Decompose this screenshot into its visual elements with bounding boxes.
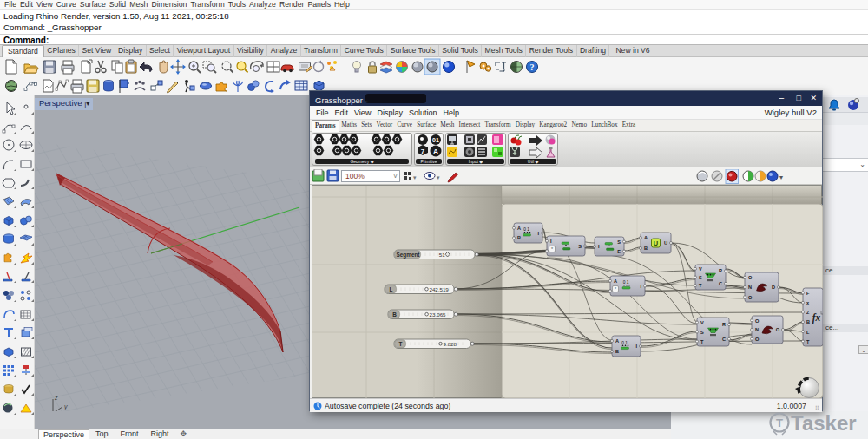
svg-text:A: A xyxy=(433,147,439,156)
svg-text:Segment: Segment xyxy=(397,252,421,259)
svg-text:S: S xyxy=(617,239,621,245)
svg-text:Tasker: Tasker xyxy=(791,411,857,435)
svg-text:0 1: 0 1 xyxy=(523,227,529,232)
svg-text:▾: ▾ xyxy=(437,174,440,180)
svg-text:9.828: 9.828 xyxy=(444,341,457,347)
svg-text:F: F xyxy=(806,291,810,296)
svg-text:?: ? xyxy=(530,62,535,72)
svg-text:D: D xyxy=(772,285,775,290)
svg-text:E: E xyxy=(617,249,621,254)
svg-text:B: B xyxy=(615,349,619,354)
svg-text:▾: ▾ xyxy=(779,174,783,181)
svg-text:L: L xyxy=(806,330,810,335)
svg-text:B: B xyxy=(644,246,648,251)
svg-text:V: V xyxy=(699,266,702,272)
svg-text:T: T xyxy=(699,283,702,288)
svg-text:51: 51 xyxy=(439,252,445,258)
svg-text:S: S xyxy=(578,244,582,249)
svg-text:A: A xyxy=(644,235,648,240)
svg-text:C: C xyxy=(719,281,722,286)
svg-text:O: O xyxy=(755,337,760,342)
svg-text:S: S xyxy=(700,330,704,335)
svg-text:01: 01 xyxy=(432,137,439,143)
svg-text:O: O xyxy=(748,275,753,280)
svg-text:T: T xyxy=(700,339,704,344)
svg-text:23.065: 23.065 xyxy=(430,311,446,318)
svg-text:U: U xyxy=(654,239,658,247)
svg-text:N: N xyxy=(748,285,752,290)
svg-text:Z: Z xyxy=(806,310,810,315)
svg-text:B: B xyxy=(392,311,397,318)
svg-text:T: T xyxy=(776,416,783,429)
svg-text:N: N xyxy=(755,327,759,332)
svg-text:L: L xyxy=(390,286,393,292)
svg-text:T: T xyxy=(806,339,810,344)
svg-text:A: A xyxy=(615,338,619,344)
svg-text:O: O xyxy=(755,318,760,324)
svg-text:B: B xyxy=(806,319,810,324)
svg-text:U: U xyxy=(664,240,667,246)
svg-text:R: R xyxy=(722,322,726,327)
svg-text:O: O xyxy=(776,327,780,332)
svg-text:0 1: 0 1 xyxy=(623,280,629,285)
svg-text:V: V xyxy=(700,320,704,325)
svg-text:S: S xyxy=(699,275,702,280)
svg-text:y: y xyxy=(63,403,68,410)
svg-text:A: A xyxy=(517,226,521,231)
svg-text:O: O xyxy=(748,295,753,300)
svg-text:z: z xyxy=(54,395,58,401)
svg-text:242.519: 242.519 xyxy=(429,286,449,292)
svg-text:C: C xyxy=(722,337,726,342)
svg-text:fx: fx xyxy=(812,312,821,324)
svg-text:7: 7 xyxy=(421,147,425,155)
svg-text:A: A xyxy=(614,278,617,284)
svg-text:B: B xyxy=(517,235,521,240)
svg-text:T: T xyxy=(399,341,403,347)
svg-text:▾: ▾ xyxy=(413,174,417,180)
svg-text:0 1: 0 1 xyxy=(621,341,628,345)
svg-text:R: R xyxy=(719,268,722,273)
